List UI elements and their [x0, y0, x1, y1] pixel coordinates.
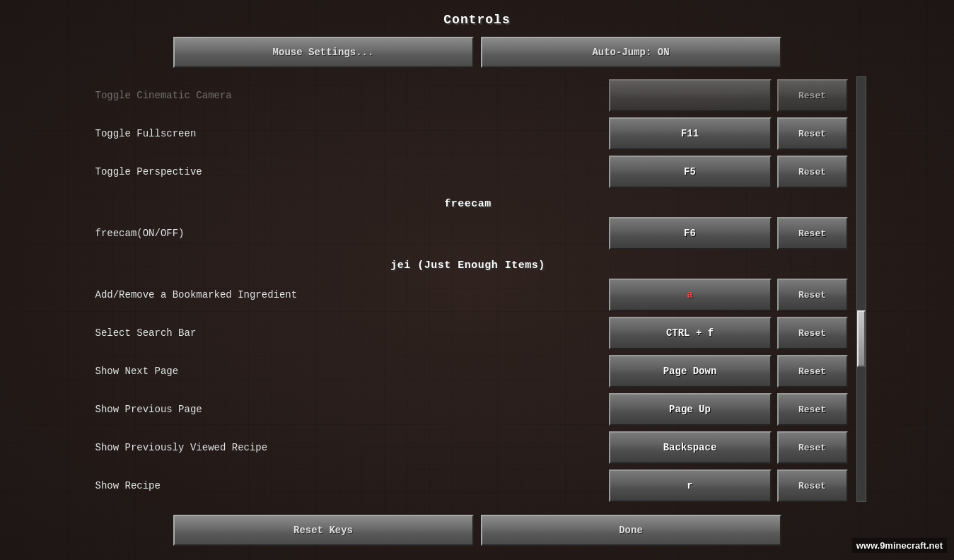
table-row: Show Previous Page Page Up Reset: [88, 390, 848, 428]
page-title: Controls: [443, 13, 510, 27]
table-row: Toggle Cinematic Camera Reset: [88, 76, 848, 115]
top-button-row: Mouse Settings... Auto-Jump: ON: [173, 37, 781, 68]
reset-button[interactable]: Reset: [777, 469, 848, 502]
keybinds-panel: Toggle Cinematic Camera Reset Toggle Ful…: [88, 76, 866, 502]
bottom-button-row: Reset Keys Done: [173, 515, 781, 546]
keybind-label: Toggle Fullscreen: [88, 128, 609, 139]
keybind-label: Show Next Page: [88, 366, 609, 377]
reset-button[interactable]: Reset: [777, 217, 848, 250]
keybind-key-button[interactable]: F5: [609, 156, 772, 188]
table-row: Toggle Fullscreen F11 Reset: [88, 115, 848, 153]
keybind-label: Select Search Bar: [88, 327, 609, 339]
keybind-label: Add/Remove a Bookmarked Ingredient: [88, 289, 609, 301]
done-button[interactable]: Done: [481, 515, 781, 546]
reset-button[interactable]: Reset: [777, 79, 848, 112]
reset-button[interactable]: Reset: [777, 156, 848, 188]
table-row: Show Next Page Page Down Reset: [88, 352, 848, 390]
table-row: freecam(ON/OFF) F6 Reset: [88, 214, 848, 252]
scrollbar-thumb[interactable]: [857, 310, 866, 367]
keybind-label: Show Recipe: [88, 480, 609, 491]
keybind-key-button[interactable]: F11: [609, 117, 772, 150]
watermark-text: www.9minecraft.net: [852, 538, 947, 553]
keybind-label: Toggle Cinematic Camera: [88, 90, 609, 101]
keybind-key-button[interactable]: Page Up: [609, 393, 772, 426]
keybind-key-button[interactable]: [609, 79, 772, 112]
table-row: Show Recipe r Reset: [88, 467, 848, 502]
reset-button[interactable]: Reset: [777, 317, 848, 349]
table-row: Add/Remove a Bookmarked Ingredient a Res…: [88, 276, 848, 314]
section-header-freecam: freecam: [88, 191, 848, 214]
table-row: Select Search Bar CTRL + f Reset: [88, 314, 848, 352]
keybind-key-button[interactable]: F6: [609, 217, 772, 250]
keybind-label: Show Previously Viewed Recipe: [88, 442, 609, 453]
table-row: Toggle Perspective F5 Reset: [88, 153, 848, 191]
reset-button[interactable]: Reset: [777, 355, 848, 387]
scrollbar[interactable]: [856, 76, 866, 502]
keybind-key-button[interactable]: CTRL + f: [609, 317, 772, 349]
keybind-label: Toggle Perspective: [88, 166, 609, 177]
section-header-jei: jei (Just Enough Items): [88, 252, 848, 276]
reset-button[interactable]: Reset: [777, 393, 848, 426]
table-row: Show Previously Viewed Recipe Backspace …: [88, 428, 848, 467]
reset-keys-button[interactable]: Reset Keys: [173, 515, 474, 546]
keybind-key-button[interactable]: Backspace: [609, 431, 772, 464]
mouse-settings-button[interactable]: Mouse Settings...: [173, 37, 474, 68]
reset-button[interactable]: Reset: [777, 431, 848, 464]
keybinds-list: Toggle Cinematic Camera Reset Toggle Ful…: [88, 76, 854, 502]
reset-button[interactable]: Reset: [777, 117, 848, 150]
keybind-key-button[interactable]: r: [609, 469, 772, 502]
reset-button[interactable]: Reset: [777, 279, 848, 311]
keybind-key-button[interactable]: a: [609, 279, 772, 311]
keybind-key-button[interactable]: Page Down: [609, 355, 772, 387]
keybind-label: freecam(ON/OFF): [88, 228, 609, 239]
auto-jump-button[interactable]: Auto-Jump: ON: [481, 37, 781, 68]
keybind-label: Show Previous Page: [88, 404, 609, 415]
